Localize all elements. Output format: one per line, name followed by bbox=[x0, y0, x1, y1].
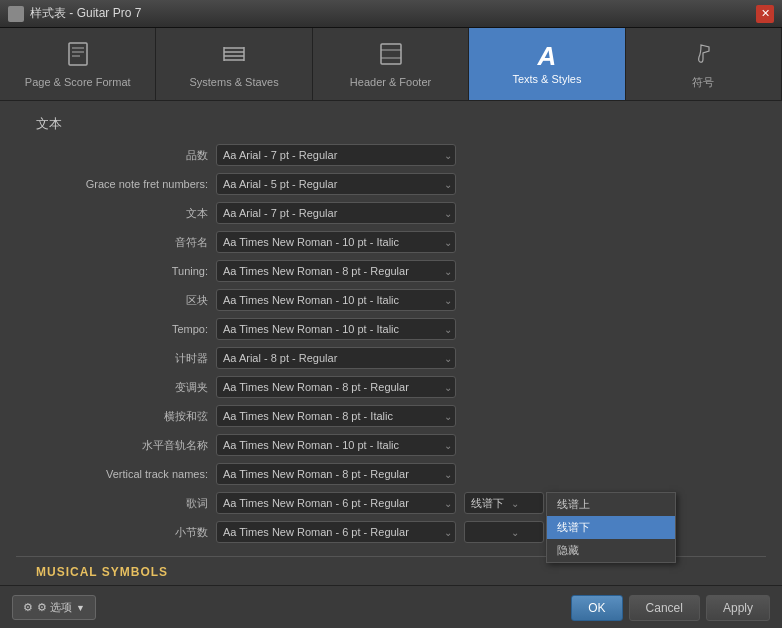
label-geci: 歌词 bbox=[16, 496, 216, 511]
svg-rect-10 bbox=[381, 44, 401, 64]
row-track-h: 水平音轨名称 Aa Times New Roman - 10 pt - Ital… bbox=[16, 433, 766, 457]
tab-notation[interactable]: 符号 bbox=[626, 28, 782, 100]
dropdown-item-above[interactable]: 线谱上 bbox=[547, 493, 675, 516]
row-pinshu: 品数 Aa Arial - 7 pt - Regular ⌄ bbox=[16, 143, 766, 167]
label-xiaojieshu: 小节数 bbox=[16, 525, 216, 540]
select-wenben-wrapper: Aa Arial - 7 pt - Regular ⌄ bbox=[216, 202, 456, 224]
select-jishiqi[interactable]: Aa Arial - 8 pt - Regular bbox=[216, 347, 456, 369]
measures-extra: ⌄ bbox=[464, 521, 544, 543]
chevron-down-icon: ⌄ bbox=[511, 527, 519, 538]
app-icon bbox=[8, 6, 24, 22]
chevron-down-icon: ▼ bbox=[76, 603, 85, 613]
select-tempo-wrapper: Aa Times New Roman - 10 pt - Italic ⌄ bbox=[216, 318, 456, 340]
select-jishiqi-wrapper: Aa Arial - 8 pt - Regular ⌄ bbox=[216, 347, 456, 369]
row-tuning: Tuning: Aa Times New Roman - 8 pt - Regu… bbox=[16, 259, 766, 283]
select-track-h-wrapper: Aa Times New Roman - 10 pt - Italic ⌄ bbox=[216, 434, 456, 456]
row-biandiaoqia: 变调夹 Aa Times New Roman - 8 pt - Regular … bbox=[16, 375, 766, 399]
row-geci: 歌词 Aa Times New Roman - 6 pt - Regular ⌄… bbox=[16, 491, 766, 515]
label-yinfuming: 音符名 bbox=[16, 235, 216, 250]
close-button[interactable]: ✕ bbox=[756, 5, 774, 23]
label-qukuai: 区块 bbox=[16, 293, 216, 308]
select-track-h[interactable]: Aa Times New Roman - 10 pt - Italic bbox=[216, 434, 456, 456]
select-tuning-wrapper: Aa Times New Roman - 8 pt - Regular ⌄ bbox=[216, 260, 456, 282]
select-geci-wrapper: Aa Times New Roman - 6 pt - Regular ⌄ bbox=[216, 492, 456, 514]
select-qukuai-wrapper: Aa Times New Roman - 10 pt - Italic ⌄ bbox=[216, 289, 456, 311]
bottom-bar: ⚙ ⚙ 选项 ▼ OK Cancel Apply bbox=[0, 585, 782, 628]
label-henganhexian: 横按和弦 bbox=[16, 409, 216, 424]
select-grace-note-wrapper: Aa Arial - 5 pt - Regular ⌄ bbox=[216, 173, 456, 195]
select-yinfuming[interactable]: Aa Times New Roman - 10 pt - Italic bbox=[216, 231, 456, 253]
dropdown-item-hidden[interactable]: 隐藏 bbox=[547, 539, 675, 562]
row-tempo: Tempo: Aa Times New Roman - 10 pt - Ital… bbox=[16, 317, 766, 341]
header-footer-icon bbox=[377, 40, 405, 72]
row-track-v: Vertical track names: Aa Times New Roman… bbox=[16, 462, 766, 486]
select-pinshu-wrapper: Aa Arial - 7 pt - Regular ⌄ bbox=[216, 144, 456, 166]
select-tempo[interactable]: Aa Times New Roman - 10 pt - Italic bbox=[216, 318, 456, 340]
select-track-v-wrapper: Aa Times New Roman - 8 pt - Regular ⌄ bbox=[216, 463, 456, 485]
select-henganhexian-wrapper: Aa Times New Roman - 8 pt - Italic ⌄ bbox=[216, 405, 456, 427]
notation-icon bbox=[689, 39, 717, 71]
tab-header-footer-label: Header & Footer bbox=[350, 76, 431, 88]
musical-symbols-title: MUSICAL SYMBOLS bbox=[36, 565, 766, 579]
label-tempo: Tempo: bbox=[16, 323, 216, 335]
main-content: 文本 品数 Aa Arial - 7 pt - Regular ⌄ Grace … bbox=[0, 101, 782, 585]
select-pinshu[interactable]: Aa Arial - 7 pt - Regular bbox=[216, 144, 456, 166]
select-qukuai[interactable]: Aa Times New Roman - 10 pt - Italic bbox=[216, 289, 456, 311]
label-pinshu: 品数 bbox=[16, 148, 216, 163]
label-grace-note: Grace note fret numbers: bbox=[16, 178, 216, 190]
chevron-down-icon: ⌄ bbox=[511, 498, 519, 509]
label-track-v: Vertical track names: bbox=[16, 468, 216, 480]
select-biandiaoqia-wrapper: Aa Times New Roman - 8 pt - Regular ⌄ bbox=[216, 376, 456, 398]
tab-page-score[interactable]: Page & Score Format bbox=[0, 28, 156, 100]
texts-styles-icon: A bbox=[538, 43, 557, 69]
apply-button[interactable]: Apply bbox=[706, 595, 770, 621]
measures-position-select[interactable]: ⌄ bbox=[464, 521, 544, 543]
tab-bar: Page & Score Format Systems & Staves Hea… bbox=[0, 28, 782, 101]
select-biandiaoqia[interactable]: Aa Times New Roman - 8 pt - Regular bbox=[216, 376, 456, 398]
select-wenben[interactable]: Aa Arial - 7 pt - Regular bbox=[216, 202, 456, 224]
label-jishiqi: 计时器 bbox=[16, 351, 216, 366]
label-biandiaoqia: 变调夹 bbox=[16, 380, 216, 395]
row-wenben: 文本 Aa Arial - 7 pt - Regular ⌄ bbox=[16, 201, 766, 225]
select-track-v[interactable]: Aa Times New Roman - 8 pt - Regular bbox=[216, 463, 456, 485]
systems-staves-icon bbox=[220, 40, 248, 72]
lyrics-position-select[interactable]: 线谱下 ⌄ bbox=[464, 492, 544, 514]
title-bar: 样式表 - Guitar Pro 7 ✕ bbox=[0, 0, 782, 28]
cancel-button[interactable]: Cancel bbox=[629, 595, 700, 621]
settings-label: ⚙ 选项 bbox=[37, 600, 72, 615]
select-tuning[interactable]: Aa Times New Roman - 8 pt - Regular bbox=[216, 260, 456, 282]
select-grace-note[interactable]: Aa Arial - 5 pt - Regular bbox=[216, 173, 456, 195]
tab-systems-staves-label: Systems & Staves bbox=[189, 76, 278, 88]
tab-texts-styles-label: Texts & Styles bbox=[512, 73, 581, 85]
svg-rect-0 bbox=[69, 43, 87, 65]
gear-icon: ⚙ bbox=[23, 601, 33, 614]
tab-header-footer[interactable]: Header & Footer bbox=[313, 28, 469, 100]
row-yinfuming: 音符名 Aa Times New Roman - 10 pt - Italic … bbox=[16, 230, 766, 254]
select-yinfuming-wrapper: Aa Times New Roman - 10 pt - Italic ⌄ bbox=[216, 231, 456, 253]
label-track-h: 水平音轨名称 bbox=[16, 438, 216, 453]
lyrics-position-select-wrapper: 线谱下 ⌄ 线谱上 线谱下 隐藏 bbox=[464, 492, 544, 514]
select-geci[interactable]: Aa Times New Roman - 6 pt - Regular bbox=[216, 492, 456, 514]
select-xiaojieshu-wrapper: Aa Times New Roman - 6 pt - Regular ⌄ bbox=[216, 521, 456, 543]
section-title: 文本 bbox=[36, 115, 766, 133]
dropdown-item-below[interactable]: 线谱下 bbox=[547, 516, 675, 539]
settings-button[interactable]: ⚙ ⚙ 选项 ▼ bbox=[12, 595, 96, 620]
lyrics-position-dropdown: 线谱上 线谱下 隐藏 bbox=[546, 492, 676, 563]
select-xiaojieshu[interactable]: Aa Times New Roman - 6 pt - Regular bbox=[216, 521, 456, 543]
tab-page-score-label: Page & Score Format bbox=[25, 76, 131, 88]
lyrics-position-wrapper: 线谱下 ⌄ 线谱上 线谱下 隐藏 bbox=[464, 492, 544, 514]
page-score-icon bbox=[64, 40, 92, 72]
tab-texts-styles[interactable]: A Texts & Styles bbox=[469, 28, 625, 100]
tab-systems-staves[interactable]: Systems & Staves bbox=[156, 28, 312, 100]
row-henganhexian: 横按和弦 Aa Times New Roman - 8 pt - Italic … bbox=[16, 404, 766, 428]
lyrics-position-value: 线谱下 bbox=[471, 496, 504, 511]
label-tuning: Tuning: bbox=[16, 265, 216, 277]
ok-button[interactable]: OK bbox=[571, 595, 622, 621]
select-henganhexian[interactable]: Aa Times New Roman - 8 pt - Italic bbox=[216, 405, 456, 427]
row-grace-note: Grace note fret numbers: Aa Arial - 5 pt… bbox=[16, 172, 766, 196]
label-wenben: 文本 bbox=[16, 206, 216, 221]
row-jishiqi: 计时器 Aa Arial - 8 pt - Regular ⌄ bbox=[16, 346, 766, 370]
window-title: 样式表 - Guitar Pro 7 bbox=[30, 5, 141, 22]
tab-notation-label: 符号 bbox=[692, 75, 714, 90]
row-qukuai: 区块 Aa Times New Roman - 10 pt - Italic ⌄ bbox=[16, 288, 766, 312]
